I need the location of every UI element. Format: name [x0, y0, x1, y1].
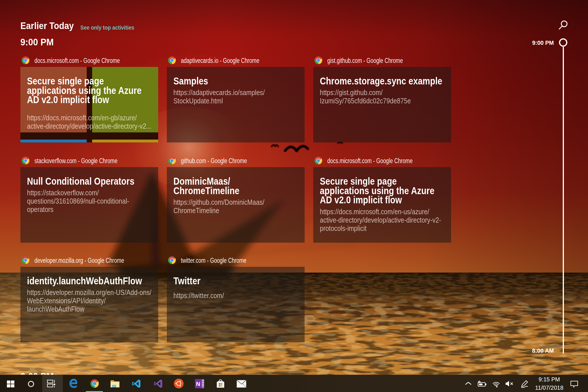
svg-text:N: N	[196, 381, 200, 387]
